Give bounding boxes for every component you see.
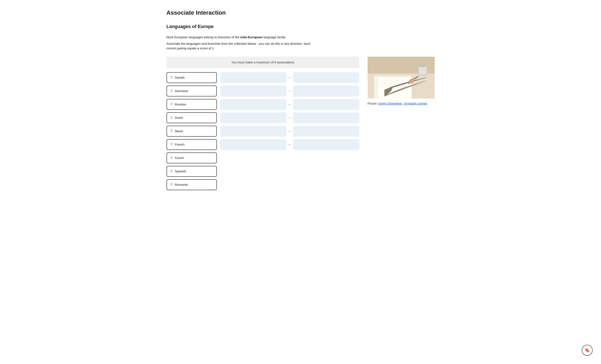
drag-handle-icon: ⠿ [170,155,173,161]
drag-item-label: Romantic [175,182,188,187]
pair-separator-2: – [288,88,291,94]
svg-point-10 [419,65,427,67]
drop-zone-right-5[interactable] [293,126,359,137]
picture-end: . [427,102,428,105]
pair-separator-4: – [288,115,291,120]
drag-item-label: Danish [175,75,185,80]
picture-separator: , [402,102,404,105]
drop-zone-left-6[interactable] [220,139,286,150]
drag-item-label: Dutch [175,115,183,120]
drag-item-label: French [175,142,185,147]
drag-handle-icon: ⠿ [170,182,173,187]
drag-handle-icon: ⠿ [170,142,173,147]
drop-zone-right-2[interactable] [293,86,359,96]
description-text-1: Most European languages belong to branch… [167,35,240,39]
picture-credit: Picture: Green Chameleon, Unsplash Licen… [368,101,435,106]
pair-row-4: – [220,112,359,123]
drag-handle-icon: ⠿ [170,115,173,120]
drop-zone-left-1[interactable] [220,72,286,83]
drag-item-label: Russian [175,102,186,107]
drag-item-dutch[interactable]: ⠿ Dutch [167,112,217,123]
pair-separator-3: – [288,102,291,107]
drag-handle-icon: ⠿ [170,102,173,107]
pair-row-5: – [220,126,359,137]
pair-separator-5: – [288,129,291,134]
drag-item-romantic[interactable]: ⠿ Romantic [167,179,217,190]
drop-zone-right-3[interactable] [293,99,359,110]
svg-rect-9 [419,66,427,75]
drag-handle-icon: ⠿ [170,169,173,174]
drag-item-label: Slavic [175,129,183,134]
pair-row-1: – [220,72,359,83]
associations-container: ⠿ Danish ⠿ Germanic ⠿ Russian ⠿ Dutch ⠿ … [167,72,359,190]
drag-items-column: ⠿ Danish ⠿ Germanic ⠿ Russian ⠿ Dutch ⠿ … [167,72,217,190]
pair-row-6: – [220,139,359,150]
picture-label: Picture: [368,102,378,105]
drag-item-label: Czech [175,156,184,161]
drag-item-slavic[interactable]: ⠿ Slavic [167,126,217,137]
description-text-2: language family. [262,35,286,39]
page-title: Associate Interaction [167,8,435,17]
pair-row-3: – [220,99,359,110]
drop-zone-right-1[interactable] [293,72,359,83]
description-1: Most European languages belong to branch… [167,35,313,40]
max-associations-bar: You must make a maximum of 6 association… [167,57,359,68]
description-2: Associate the languages and branches fro… [167,41,313,51]
pair-row-2: – [220,86,359,96]
description-bold: Indo-European [240,35,262,39]
picture-author-link[interactable]: Green Chameleon [378,102,402,105]
pair-separator-6: – [288,142,291,147]
right-sidebar: Picture: Green Chameleon, Unsplash Licen… [368,57,435,106]
page-wrapper: Associate Interaction Languages of Europ… [154,0,447,199]
drop-zone-left-5[interactable] [220,126,286,137]
drop-zone-left-4[interactable] [220,112,286,123]
left-content: You must make a maximum of 6 association… [167,57,359,190]
drag-item-danish[interactable]: ⠿ Danish [167,72,217,83]
drag-item-czech[interactable]: ⠿ Czech [167,153,217,163]
drop-zone-right-4[interactable] [293,112,359,123]
drag-item-russian[interactable]: ⠿ Russian [167,99,217,110]
drag-item-spanish[interactable]: ⠿ Spanish [167,166,217,177]
drag-handle-icon: ⠿ [170,75,173,80]
drop-zone-right-6[interactable] [293,139,359,150]
section-title: Languages of Europe [167,23,435,30]
drag-item-germanic[interactable]: ⠿ Germanic [167,86,217,96]
drag-item-label: Germanic [175,89,189,94]
picture-license-link[interactable]: Unsplash License [404,102,427,105]
drop-zone-left-3[interactable] [220,99,286,110]
sidebar-image [368,57,435,98]
pairs-column: – – – – – – [220,72,359,150]
drag-handle-icon: ⠿ [170,88,173,94]
pair-separator-1: – [288,75,291,80]
drag-item-french[interactable]: ⠿ French [167,139,217,150]
drop-zone-left-2[interactable] [220,86,286,96]
content-area: You must make a maximum of 6 association… [167,57,435,190]
max-associations-label: You must make a maximum of 6 association… [231,60,294,64]
drag-handle-icon: ⠿ [170,129,173,134]
drag-item-label: Spanish [175,169,186,174]
